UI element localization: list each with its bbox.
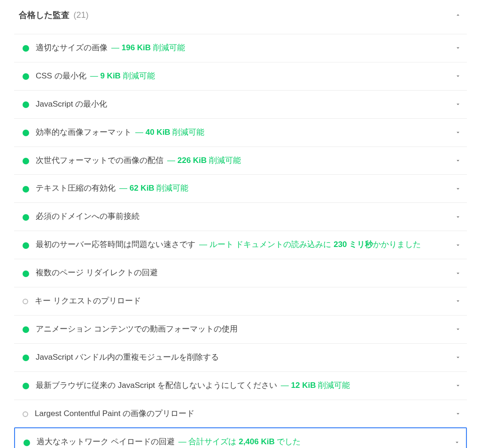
audit-label: 最初のサーバー応答時間は問題ない速さです — [36, 240, 195, 249]
chevron-down-icon[interactable] — [454, 100, 462, 108]
audit-item[interactable]: テキスト圧縮の有効化— 62 KiB 削減可能 — [14, 174, 467, 202]
neutral-icon — [23, 411, 28, 417]
pass-icon — [23, 214, 29, 221]
pass-icon — [23, 440, 30, 446]
header-count: (21) — [73, 10, 88, 20]
chevron-down-icon[interactable] — [454, 381, 462, 390]
pass-icon — [23, 270, 29, 277]
audit-text: 最初のサーバー応答時間は問題ない速さです— ルート ドキュメントの読み込みに 2… — [36, 238, 450, 252]
audit-item[interactable]: JavaScript バンドル内の重複モジュールを削除する — [14, 343, 467, 371]
audit-detail-suffix: 削減可能 — [207, 156, 241, 165]
audit-label: Largest Contentful Paint の画像のプリロード — [35, 409, 194, 418]
chevron-down-icon[interactable] — [454, 72, 462, 80]
audit-label: JavaScript バンドル内の重複モジュールを削除する — [36, 353, 219, 362]
audit-text: キー リクエストのプリロード — [35, 294, 450, 308]
audit-label: 効率的な画像フォーマット — [36, 128, 132, 137]
audit-label: 過大なネットワーク ペイロードの回避 — [37, 437, 175, 446]
audit-item[interactable]: 適切なサイズの画像— 196 KiB 削減可能 — [14, 34, 467, 62]
chevron-down-icon[interactable] — [454, 325, 462, 333]
audit-item[interactable]: CSS の最小化— 9 KiB 削減可能 — [14, 62, 467, 90]
audit-detail-suffix: 削減可能 — [121, 71, 155, 80]
audit-label: テキスト圧縮の有効化 — [36, 184, 116, 193]
audit-detail-value: 230 ミリ秒 — [334, 240, 373, 249]
chevron-down-icon[interactable] — [454, 241, 462, 249]
audit-detail-value: 196 KiB — [122, 43, 151, 52]
audit-item[interactable]: 最新ブラウザに従来の JavaScript を配信しないようにしてください— 1… — [14, 371, 467, 400]
header-title-wrap: 合格した監査 (21) — [19, 9, 88, 21]
audit-text: 効率的な画像フォーマット— 40 KiB 削減可能 — [36, 126, 450, 139]
audit-detail: — 合計サイズは 2,406 KiB でした — [178, 437, 301, 446]
audit-item[interactable]: Largest Contentful Paint の画像のプリロード — [14, 400, 467, 428]
audit-detail-value: 62 KiB — [130, 184, 155, 193]
audit-detail-prefix: — ルート ドキュメントの読み込みに — [199, 240, 334, 249]
audit-text: 最新ブラウザに従来の JavaScript を配信しないようにしてください— 1… — [36, 379, 450, 393]
audit-label: JavaScript の最小化 — [36, 100, 107, 108]
audit-text: 適切なサイズの画像— 196 KiB 削減可能 — [36, 41, 450, 55]
audit-detail: — 12 KiB 削減可能 — [281, 381, 350, 390]
audit-detail-prefix: — — [281, 381, 291, 390]
audit-detail-prefix: — 合計サイズは — [178, 437, 239, 446]
audit-detail-prefix: — — [135, 128, 146, 137]
audit-item[interactable]: 次世代フォーマットでの画像の配信— 226 KiB 削減可能 — [14, 147, 467, 175]
audit-text: アニメーション コンテンツでの動画フォーマットの使用 — [36, 323, 450, 336]
pass-icon — [23, 158, 29, 164]
audit-item[interactable]: 最初のサーバー応答時間は問題ない速さです— ルート ドキュメントの読み込みに 2… — [14, 231, 467, 259]
chevron-down-icon[interactable] — [454, 353, 462, 362]
chevron-down-icon[interactable] — [454, 213, 462, 221]
audit-detail-prefix: — — [90, 71, 101, 80]
chevron-down-icon[interactable] — [454, 128, 462, 137]
audit-detail-value: 226 KiB — [178, 156, 207, 165]
audit-detail-suffix: 削減可能 — [151, 43, 185, 52]
audit-text: JavaScript の最小化 — [36, 98, 450, 111]
pass-icon — [23, 73, 29, 80]
audit-label: 最新ブラウザに従来の JavaScript を配信しないようにしてください — [36, 381, 277, 390]
audit-detail: — 196 KiB 削減可能 — [111, 43, 185, 52]
pass-icon — [23, 186, 29, 193]
audit-detail: — 9 KiB 削減可能 — [90, 71, 155, 80]
audit-label: 複数のページ リダイレクトの回避 — [36, 268, 158, 277]
chevron-down-icon[interactable] — [454, 44, 462, 52]
audit-list: 適切なサイズの画像— 196 KiB 削減可能CSS の最小化— 9 KiB 削… — [14, 34, 467, 448]
audit-detail: — 40 KiB 削減可能 — [135, 128, 204, 137]
chevron-up-icon[interactable] — [454, 11, 462, 19]
pass-icon — [23, 242, 29, 249]
pass-icon — [23, 326, 29, 333]
audit-text: 複数のページ リダイレクトの回避 — [36, 266, 450, 280]
audit-label: 次世代フォーマットでの画像の配信 — [36, 156, 163, 165]
chevron-down-icon[interactable] — [454, 409, 462, 418]
pass-icon — [23, 101, 29, 108]
audit-detail-suffix: 削減可能 — [316, 381, 350, 390]
audit-text: 次世代フォーマットでの画像の配信— 226 KiB 削減可能 — [36, 154, 450, 168]
audit-detail-prefix: — — [167, 156, 178, 165]
audit-item[interactable]: 必須のドメインへの事前接続 — [14, 202, 467, 231]
audit-detail-suffix: かかりました — [373, 240, 421, 249]
chevron-down-icon[interactable] — [454, 269, 462, 278]
audit-item[interactable]: キー リクエストのプリロード — [14, 287, 467, 315]
audit-detail-value: 40 KiB — [146, 128, 171, 137]
audit-label: 適切なサイズの画像 — [36, 43, 108, 52]
passed-audits-header[interactable]: 合格した監査 (21) — [14, 6, 467, 30]
pass-icon — [23, 355, 29, 361]
chevron-down-icon[interactable] — [454, 156, 462, 165]
audit-detail: — 226 KiB 削減可能 — [167, 156, 241, 165]
audit-item[interactable]: アニメーション コンテンツでの動画フォーマットの使用 — [14, 315, 467, 343]
audit-label: 必須のドメインへの事前接続 — [36, 212, 140, 221]
chevron-down-icon[interactable] — [453, 438, 461, 447]
audit-text: JavaScript バンドル内の重複モジュールを削除する — [36, 351, 450, 364]
chevron-down-icon[interactable] — [454, 185, 462, 193]
audit-label: キー リクエストのプリロード — [35, 296, 141, 305]
audit-label: CSS の最小化 — [36, 71, 86, 80]
audit-item[interactable]: JavaScript の最小化 — [14, 90, 467, 118]
audit-item[interactable]: 過大なネットワーク ペイロードの回避— 合計サイズは 2,406 KiB でした — [14, 427, 467, 448]
pass-icon — [23, 130, 29, 136]
audit-item[interactable]: 複数のページ リダイレクトの回避 — [14, 259, 467, 287]
audit-detail-suffix: 削減可能 — [155, 184, 189, 193]
audit-item[interactable]: 効率的な画像フォーマット— 40 KiB 削減可能 — [14, 118, 467, 147]
audit-detail-value: 12 KiB — [291, 381, 316, 390]
audit-text: テキスト圧縮の有効化— 62 KiB 削減可能 — [36, 182, 450, 195]
neutral-icon — [23, 299, 28, 304]
audit-detail-suffix: でした — [275, 437, 301, 446]
audit-detail-prefix: — — [111, 43, 122, 52]
audit-detail-value: 9 KiB — [100, 71, 120, 80]
chevron-down-icon[interactable] — [454, 297, 462, 305]
